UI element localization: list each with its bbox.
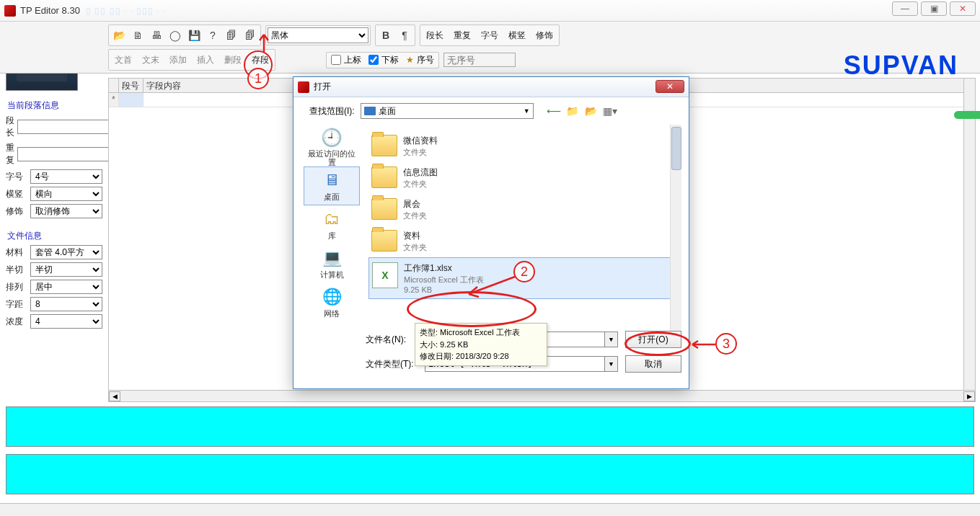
insert-button[interactable]: 插入	[193, 51, 218, 68]
open-button[interactable]: 打开(O)	[625, 331, 681, 348]
sidebar-desktop[interactable]: 🖥 桌面	[304, 166, 360, 205]
maximize-button[interactable]: ▣	[921, 1, 947, 16]
left-panel: 当前段落信息 段长 重复 字号4号 横竖横向 修饰取消修饰 文件信息 材料套管 …	[6, 97, 102, 337]
dialog-app-icon	[298, 81, 309, 93]
subscript-checkbox[interactable]	[368, 55, 379, 65]
orient-button[interactable]: 横竖	[504, 27, 530, 44]
cancel-button[interactable]: 取消	[625, 355, 681, 373]
close-button[interactable]: ✕	[950, 1, 976, 16]
paragraph-button[interactable]: ¶	[396, 27, 413, 44]
decor-select[interactable]: 取消修饰	[30, 204, 102, 218]
material-label: 材料	[6, 246, 27, 259]
preview-strip-1	[6, 406, 974, 447]
toolbar-area: 📂 🗎 🖶 ◯ 💾 ? 🗐 🗐 黑体 B ¶ 段长 重复 字号 横竖 修饰	[0, 22, 980, 74]
help-icon[interactable]: ?	[204, 27, 221, 44]
repeat-label: 重复	[6, 142, 14, 166]
save-seg-button[interactable]: 存段	[247, 51, 273, 68]
window-title: TP Editor 8.30	[20, 5, 80, 16]
excel-icon: X	[372, 262, 398, 288]
font-select[interactable]: 黑体	[268, 27, 368, 43]
bold-button[interactable]: B	[377, 27, 394, 44]
horizontal-scrollbar[interactable]: ◀▶	[109, 390, 975, 401]
sidebar-recent[interactable]: 🕘 最近访问的位置	[304, 128, 360, 166]
vertical-scrollbar[interactable]	[963, 79, 975, 390]
superscript-check[interactable]: 上标	[328, 54, 364, 66]
open-icon[interactable]: 📂	[110, 27, 128, 44]
folder-icon	[371, 166, 397, 188]
side-badge	[954, 111, 980, 119]
title-fade: ▯ ▯▯ ▯▯ · · ▯▯▯ · ·	[86, 6, 167, 16]
back-icon[interactable]: ⟵	[547, 104, 561, 117]
dialog-title: 打开	[314, 81, 331, 93]
status-bar	[0, 503, 980, 516]
fontsize-select[interactable]: 4号	[30, 169, 102, 184]
superscript-label: 上标	[344, 54, 361, 66]
preview-area	[6, 406, 974, 500]
view-icon[interactable]: ▦▾	[603, 104, 617, 117]
import-icon[interactable]: 🗐	[223, 27, 240, 44]
last-button[interactable]: 文末	[138, 51, 164, 68]
superscript-checkbox[interactable]	[331, 55, 341, 65]
sequence-input[interactable]	[443, 53, 516, 67]
sidebar-libraries[interactable]: 🗂 库	[304, 205, 360, 244]
sidebar-computer[interactable]: 💻 计算机	[304, 244, 360, 283]
filelist-scrollbar[interactable]	[670, 125, 681, 331]
fontsize-button[interactable]: 字号	[477, 27, 503, 44]
spacing-label: 字距	[6, 298, 27, 311]
print-icon[interactable]: 🖶	[148, 27, 165, 44]
folder-item[interactable]: 信息流图 文件夹	[368, 162, 676, 194]
stop-icon[interactable]: ◯	[167, 27, 184, 44]
file-tooltip: 类型: Microsoft Excel 工作表 大小: 9.25 KB 修改日期…	[415, 323, 547, 366]
decor-label: 修饰	[6, 205, 27, 218]
dialog-close-button[interactable]: ✕	[655, 80, 684, 93]
brand-logo: SUPVAN	[844, 50, 958, 81]
para-section-title: 当前段落信息	[6, 97, 102, 115]
lookin-value: 桌面	[379, 105, 396, 117]
file-list: 微信资料 文件夹 信息流图 文件夹 展会 文件夹	[363, 125, 681, 331]
halfcut-label: 半切	[6, 264, 27, 276]
sequence-label: 序号	[417, 54, 434, 66]
folder-item[interactable]: 展会 文件夹	[368, 194, 676, 226]
spacing-select[interactable]: 8	[30, 297, 102, 311]
desktop-icon	[364, 107, 376, 115]
file-item-excel[interactable]: X 工作簿1.xlsx Microsoft Excel 工作表 9.25 KB	[368, 257, 676, 299]
folder-item[interactable]: 资料 文件夹	[368, 226, 676, 257]
align-select[interactable]: 居中	[30, 280, 102, 294]
seglen-button[interactable]: 段长	[422, 27, 448, 44]
sequence-check[interactable]: ★ 序号	[403, 54, 437, 66]
delete-button[interactable]: 删段	[220, 51, 246, 68]
seglen-label: 段长	[6, 115, 14, 139]
material-select[interactable]: 套管 4.0平方	[30, 245, 102, 259]
density-select[interactable]: 4	[30, 314, 102, 329]
filetype-label: 文件类型(T):	[366, 358, 418, 370]
col-segnum: 段号	[119, 79, 144, 92]
fontsize-label: 字号	[6, 171, 27, 183]
subscript-check[interactable]: 下标	[366, 54, 402, 66]
orient-label: 横竖	[6, 188, 27, 200]
density-label: 浓度	[6, 316, 27, 328]
decor-button[interactable]: 修饰	[531, 27, 557, 44]
repeat-button[interactable]: 重复	[449, 27, 475, 44]
window-titlebar: TP Editor 8.30 ▯ ▯▯ ▯▯ · · ▯▯▯ · · — ▣ ✕	[0, 0, 980, 22]
lookin-select[interactable]: 桌面 ▼	[361, 103, 534, 119]
minimize-button[interactable]: —	[892, 1, 918, 16]
align-label: 排列	[6, 281, 27, 293]
save-icon[interactable]: 💾	[185, 27, 203, 44]
add-button[interactable]: 添加	[165, 51, 191, 68]
lookin-label: 查找范围(I):	[309, 105, 355, 117]
halfcut-select[interactable]: 半切	[30, 262, 102, 277]
sidebar-network[interactable]: 🌐 网络	[304, 283, 360, 322]
dialog-sidebar: 🕘 最近访问的位置 🖥 桌面 🗂 库 💻 计算机 🌐 网络	[301, 125, 363, 331]
orient-select[interactable]: 横向	[30, 187, 102, 201]
folder-icon	[371, 135, 397, 156]
folder-icon	[371, 198, 397, 220]
dialog-titlebar: 打开 ✕	[293, 77, 689, 97]
newfolder-icon[interactable]: 📂	[584, 104, 599, 117]
new-icon[interactable]: 🗎	[129, 27, 146, 44]
app-icon	[4, 5, 16, 17]
preview-strip-2	[6, 454, 974, 494]
export-icon[interactable]: 🗐	[242, 27, 259, 44]
first-button[interactable]: 文首	[110, 51, 136, 68]
folder-item[interactable]: 微信资料 文件夹	[368, 130, 676, 162]
up-icon[interactable]: 📁	[565, 104, 580, 117]
